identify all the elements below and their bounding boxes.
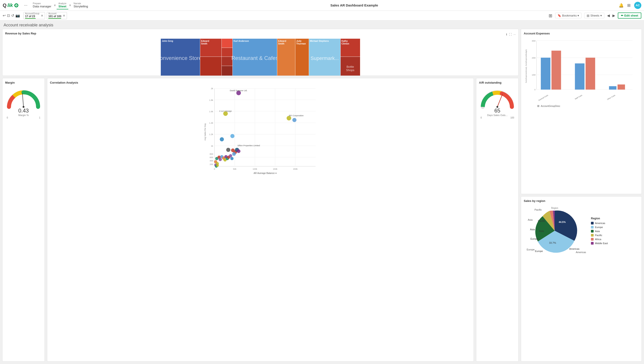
narrate-label: Narrate [74, 2, 88, 5]
pacific-dot [591, 234, 594, 236]
svg-text:General Costs: General Costs [538, 94, 549, 101]
legend-icon: ⊞ [537, 104, 539, 108]
svg-rect-115 [617, 84, 625, 90]
expenses-legend: ⊞ AccountGroupDesc [524, 104, 639, 108]
undo-icon[interactable]: ↺ [11, 14, 14, 18]
analyze-sub: Sheet [59, 5, 67, 8]
narrate-nav[interactable]: Narrate Storytelling [72, 1, 90, 10]
logo-lik: lik [8, 2, 13, 8]
expenses-chart[interactable]: 30M 20M 10M 0 Sum(ExpenseActual), Sum(Ex… [524, 37, 639, 104]
svg-text:0: 0 [535, 88, 536, 91]
middle-east-legend-label: Middle East [595, 242, 608, 244]
asia-dot [591, 230, 594, 232]
legend-middle-east: Middle East [591, 242, 608, 244]
next-icon[interactable]: ▶ [612, 14, 615, 18]
margin-title: Margin [5, 81, 42, 84]
grid-icon[interactable]: ⊞ [627, 3, 630, 8]
revenue-treemap-card: Revenue by Sales Rep ℹ ⛶ ··· John Greg C… [2, 29, 519, 76]
left-column: Revenue by Sales Rep ℹ ⛶ ··· John Greg C… [2, 29, 519, 362]
more-chart-icon[interactable]: ··· [513, 33, 516, 36]
middle-east-dot [591, 242, 594, 244]
logo-icon [14, 3, 19, 8]
pie-chart[interactable]: 44.5% 33.7% Asia Europe Europe Americas … [526, 206, 588, 255]
region-legend: Americas Europe Asia Pacific [591, 222, 608, 244]
ar-label: Days Sales Outs... [487, 114, 507, 116]
scatter-plot[interactable]: 2k 1.8k 1.6k 1.4k 1.2k 1k 800 600 400 20… [50, 86, 471, 176]
expand-chart-icon[interactable]: ⛶ [509, 33, 512, 36]
margin-range: 0 1 [7, 116, 40, 119]
prepare-dropdown[interactable]: ▾ [54, 3, 56, 8]
ar-value: 65 [487, 108, 507, 114]
prev-icon[interactable]: ◀ [607, 14, 610, 18]
region-content: 44.5% 33.7% Asia Europe Europe Americas … [524, 204, 639, 257]
grid-view-icon[interactable]: ⊞ [549, 13, 552, 18]
account-group-close-icon[interactable]: ✕ [41, 14, 44, 18]
bell-icon[interactable]: 🔔 [619, 3, 624, 8]
bookmark-icon: 🔖 [558, 14, 561, 17]
analyze-nav[interactable]: Analyze Sheet [57, 1, 68, 10]
more-menu-icon[interactable]: ··· [22, 2, 29, 8]
correlation-card: Correlation Analysis [47, 78, 474, 362]
margin-card: Margin [2, 78, 45, 362]
info-icon[interactable]: ℹ [506, 33, 507, 36]
svg-text:2k: 2k [211, 88, 213, 90]
ar-range: 0 100 [481, 116, 514, 119]
svg-text:Shops: Shops [346, 68, 354, 72]
svg-point-83 [229, 154, 232, 158]
treemap-svg: John Greg Convenience Stores Edward Smit… [5, 39, 516, 76]
legend-europe: Europe [591, 226, 608, 228]
narrate-sub: Storytelling [74, 5, 88, 8]
legend-pacific: Pacific [591, 234, 608, 236]
svg-text:Convenience Stores: Convenience Stores [156, 55, 204, 61]
africa-dot [591, 238, 594, 240]
revenue-title: Revenue by Sales Rep [5, 32, 36, 35]
svg-text:400: 400 [209, 160, 213, 162]
sheets-button[interactable]: ▤ Sheets ▾ [584, 13, 604, 18]
svg-rect-112 [585, 58, 595, 90]
svg-text:Edward: Edward [201, 40, 209, 42]
expenses-card: Account Expenses 30M 20M 10M 0 Sum( [521, 29, 642, 194]
svg-text:Other Costs: Other Costs [607, 94, 616, 100]
region-legend-container: Region Americas Europe Asia [591, 217, 608, 244]
bottom-row: Margin [2, 78, 519, 362]
svg-text:33.7%: 33.7% [549, 242, 556, 244]
back-icon[interactable]: ↩ [3, 14, 6, 18]
margin-min: 0 [7, 116, 8, 119]
svg-point-76 [219, 158, 222, 161]
account-filter[interactable]: Account 101 of 103 ✕ [47, 12, 67, 19]
margin-gauge-svg [6, 88, 42, 110]
svg-text:1.4k: 1.4k [209, 122, 213, 124]
treemap-container[interactable]: John Greg Convenience Stores Edward Smit… [5, 39, 516, 76]
svg-rect-11 [222, 48, 233, 56]
svg-text:Pacific: Pacific [538, 220, 545, 222]
svg-text:Staff Costs: Staff Costs [574, 94, 583, 100]
svg-text:600: 600 [209, 156, 213, 158]
treemap-icons: ℹ ⛶ ··· [506, 33, 516, 36]
filter-icons: ↩ ⊡ ↺ 📷 [3, 14, 20, 18]
svg-point-91 [232, 152, 236, 156]
analyze-dropdown[interactable]: ▾ [69, 3, 71, 8]
logo[interactable]: Q lik [3, 2, 19, 8]
svg-text:1.6k: 1.6k [209, 110, 213, 113]
svg-text:200: 200 [209, 163, 213, 166]
sheets-label: Sheets [590, 14, 599, 17]
svg-rect-109 [552, 50, 561, 90]
avatar[interactable]: AC [634, 2, 641, 9]
legend-africa: Africa [591, 238, 608, 240]
prepare-nav[interactable]: Prepare Data manager [31, 1, 53, 10]
expand-icon[interactable]: ⊡ [7, 14, 10, 18]
account-group-filter[interactable]: AccountGroup 17 of 23 ✕ [24, 12, 45, 19]
svg-point-90 [237, 149, 240, 153]
correlation-title: Correlation Analysis [50, 81, 471, 84]
filter-right: ⊞ 🔖 Bookmarks ▾ ▤ Sheets ▾ ◀ ▶ ✏ Edit sh… [549, 12, 641, 18]
svg-text:Region: Region [551, 207, 558, 209]
account-close-icon[interactable]: ✕ [63, 14, 65, 18]
bookmarks-button[interactable]: 🔖 Bookmarks ▾ [555, 13, 581, 18]
snapshot-icon[interactable]: 📷 [16, 14, 20, 18]
ar-min: 0 [481, 116, 482, 119]
africa-legend-label: Africa [595, 238, 601, 240]
edit-sheet-button[interactable]: ✏ Edit sheet [618, 12, 641, 18]
svg-text:RFI Corporation: RFI Corporation [289, 114, 304, 117]
svg-rect-108 [541, 58, 550, 90]
account-group-progress [25, 18, 36, 19]
